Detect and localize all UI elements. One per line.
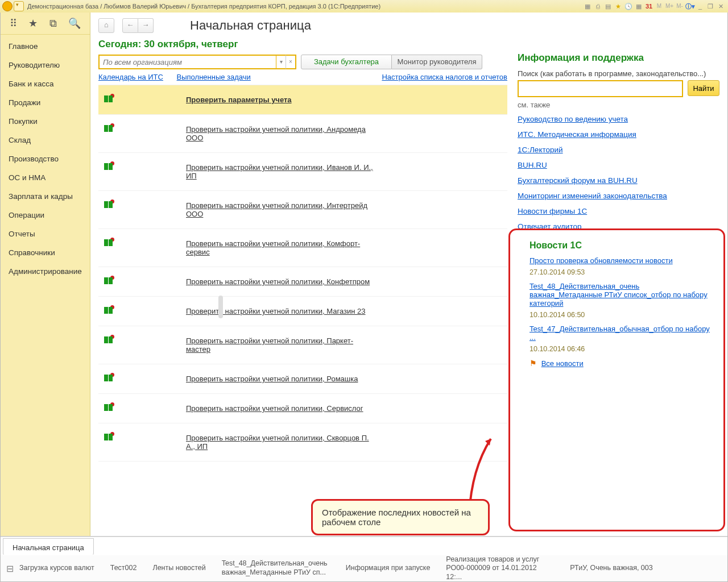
task-row[interactable]: Проверить настройки учетной политики, Па… [98,326,507,364]
task-link[interactable]: Проверить настройки учетной политики, Ма… [186,307,366,315]
support-link[interactable]: Руководство по ведению учета [518,115,719,123]
its-calendar-link[interactable]: Календарь на ИТС [98,73,163,81]
minimize-button[interactable]: _ [696,2,705,11]
statusbar-item[interactable]: Информация при запуске [346,564,431,573]
organization-filter-input[interactable] [98,55,276,69]
task-link[interactable]: Проверить настройки учетной политики, Ин… [186,201,374,218]
sidebar-item[interactable]: Администрирование [1,262,90,281]
calculator-icon[interactable]: ▦ [634,2,643,11]
help-search-input[interactable] [518,80,683,97]
support-link[interactable]: 1С:Лекторий [518,146,719,154]
tab-start-page[interactable]: Начальная страница [3,538,94,555]
close-button[interactable]: ✕ [716,2,725,11]
task-link[interactable]: Проверить настройки учетной политики, Ив… [186,163,374,180]
info-icon[interactable]: ⓘ▾ [685,2,694,11]
task-link[interactable]: Проверить настройки учетной политики, Ан… [186,125,374,142]
rss-icon: ⚑ [530,359,537,368]
news-link[interactable]: Просто проверка обновляемости новости [530,256,713,265]
scrollbar[interactable] [218,296,223,318]
maximize-button[interactable]: ❐ [706,2,715,11]
sidebar-item[interactable]: Отчеты [1,225,90,243]
nav-home-button[interactable]: ⌂ [98,18,114,33]
statusbar-item[interactable]: Тест002 [110,564,137,573]
sidebar-item[interactable]: Покупки [1,112,90,131]
statusbar-item[interactable]: Загрузка курсов валют [19,564,94,573]
calendar-icon[interactable]: 31 [644,2,653,11]
statusbar-item[interactable]: Test_48_Действительная_очень важная_Мета… [222,559,330,577]
m-button[interactable]: M [655,2,664,11]
tab-accountant-tasks[interactable]: Задачи бухгалтера [301,55,392,69]
statusbar-item[interactable]: Ленты новостей [152,564,205,573]
task-row[interactable]: Проверить настройки учетной политики, Ко… [98,229,507,267]
sidebar-item[interactable]: Производство [1,149,90,168]
task-row[interactable]: Проверить настройки учетной политики, Ив… [98,153,507,191]
sidebar-item[interactable]: Операции [1,206,90,225]
news-panel: Новости 1С Просто проверка обновляемости… [508,228,725,531]
open-windows-icon[interactable]: ⧉ [49,18,57,30]
nav-back-button[interactable]: ← [122,18,138,33]
sidebar-item[interactable]: Склад [1,131,90,149]
news-date: 10.10.2014 06:46 [530,345,713,353]
task-row[interactable]: Проверить параметры учета [98,85,507,115]
m-plus-button[interactable]: M+ [665,2,674,11]
task-link[interactable]: Проверить настройки учетной политики, Се… [186,404,363,413]
completed-tasks-link[interactable]: Выполненные задачи [177,73,251,81]
task-link[interactable]: Проверить настройки учетной политики, Па… [186,336,374,354]
toolbar-icon[interactable]: ▤ [603,2,613,11]
sidebar-item[interactable]: Руководителю [1,56,90,74]
search-button[interactable]: Найти [688,80,719,96]
task-status-icon [104,239,114,247]
support-link[interactable]: Новости фирмы 1С [518,207,719,215]
nav-forward-button[interactable]: → [138,18,154,33]
statusbar-item[interactable]: Реализация товаров и услуг РО00-000009 о… [446,555,554,582]
m-minus-button[interactable]: M- [675,2,684,11]
task-link[interactable]: Проверить настройки учетной политики, Ко… [186,239,374,256]
toolbar-icon[interactable]: ⎙ [593,2,602,11]
statusbar-item[interactable]: РТиУ, Очень важная, 003 [570,564,652,573]
task-row[interactable]: Проверить настройки учетной политики, Ро… [98,364,507,394]
support-link[interactable]: ИТС. Методическая информация [518,130,719,139]
task-status-icon [104,125,114,133]
task-status-icon [104,277,114,285]
task-link[interactable]: Проверить настройки учетной политики, Ск… [186,434,374,451]
statusbar-toggle-icon[interactable]: ⊟ [6,563,14,574]
task-link[interactable]: Проверить настройки учетной политики, Ро… [186,375,358,383]
sidebar-item[interactable]: Справочники [1,243,90,262]
support-link[interactable]: BUH.RU [518,161,719,169]
search-icon[interactable]: 🔍 [68,17,81,30]
sidebar-item[interactable]: Зарплата и кадры [1,187,90,206]
support-link[interactable]: Бухгалтерский форум на BUH.RU [518,176,719,185]
all-news-link[interactable]: Все новости [541,359,584,368]
task-status-icon [104,375,114,383]
sidebar-item[interactable]: Главное [1,37,90,56]
task-row[interactable]: Проверить настройки учетной политики, Ан… [98,115,507,153]
app-menu-dropdown[interactable] [14,1,24,11]
toolbar-icon[interactable]: ▦ [583,2,592,11]
favorite-icon[interactable]: ★ [614,2,623,11]
news-link[interactable]: Test_47_Действительная_обычная_отбор по … [530,325,713,342]
sidebar-item[interactable]: ОС и НМА [1,168,90,187]
news-date: 27.10.2014 09:53 [530,268,713,276]
task-row[interactable]: Проверить настройки учетной политики, Ин… [98,191,507,229]
task-row[interactable]: Проверить настройки учетной политики, Ко… [98,267,507,297]
favorites-star-icon[interactable]: ★ [28,17,38,30]
task-link[interactable]: Проверить настройки учетной политики, Ко… [186,277,370,286]
task-row[interactable]: Проверить настройки учетной политики, Се… [98,394,507,423]
news-link[interactable]: Test_48_Действительная_очень важная_Мета… [530,282,713,307]
support-link[interactable]: Мониторинг изменений законодательства [518,192,719,200]
history-icon[interactable]: 🕓 [624,2,633,11]
task-row[interactable]: Проверить настройки учетной политики, Ма… [98,297,507,326]
task-status-icon [104,163,114,171]
org-clear-icon[interactable]: × [286,55,296,69]
tab-manager-monitor[interactable]: Монитор руководителя [392,55,482,69]
task-link[interactable]: Проверить параметры учета [186,95,292,104]
sidebar-item[interactable]: Банк и касса [1,74,90,93]
callout-bubble: Отображение последних новостей на рабоче… [311,499,490,535]
sidebar-item[interactable]: Продажи [1,93,90,112]
configure-list-link[interactable]: Настройка списка налогов и отчетов [382,73,507,81]
info-title: Информация и поддержка [518,52,719,64]
sections-grid-icon[interactable]: ⠿ [10,17,17,30]
org-dropdown-icon[interactable]: ▾ [276,55,286,69]
task-row[interactable]: Проверить настройки учетной политики, Ск… [98,423,507,462]
news-title: Новости 1С [530,240,713,251]
